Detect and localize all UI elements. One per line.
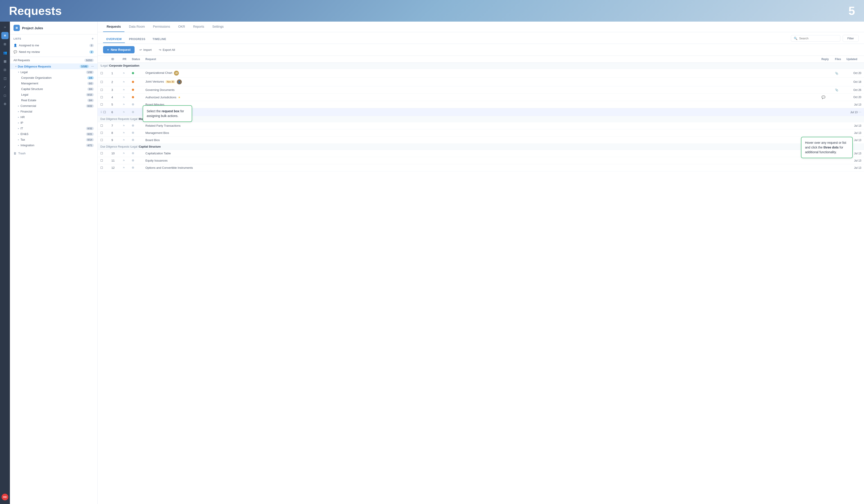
sidebar-icon-chart[interactable]: ▦ <box>1 58 9 65</box>
subtab-timeline[interactable]: Timeline <box>149 36 169 43</box>
tab-permissions[interactable]: Permissions <box>149 22 174 32</box>
row-request: Equity Issuances <box>143 157 809 164</box>
sidebar-item-financial[interactable]: ▸ Financial <box>10 109 97 114</box>
legal-sub-badge: 0/15 <box>86 93 94 96</box>
row-checkbox[interactable]: ☐ <box>98 164 109 171</box>
flag-icon: ⚑ <box>123 81 125 84</box>
subtab-overview[interactable]: Overview <box>103 36 125 43</box>
table-row[interactable]: ☐ 2 ⚑ Joint Ventures Nov 30 👤 <box>98 77 864 86</box>
sidebar-item-assigned[interactable]: 👤 Assigned to me 0 <box>10 42 97 49</box>
page-title: Requests <box>9 4 62 17</box>
sidebar-icon-users[interactable]: 👥 <box>1 49 9 56</box>
table-row[interactable]: ☐ 11 ⚑ Equity Issuances Jul 13 <box>98 157 864 164</box>
sidebar-item-commercial[interactable]: ▸ Commercial 0/22 <box>10 103 97 109</box>
row-checkbox[interactable]: ☐ <box>98 77 109 86</box>
sidebar-icon-chevron[interactable]: ›› <box>1 23 9 31</box>
section-header-management: Due Diligence Requests \Legal \Managemen… <box>98 116 864 122</box>
sidebar-item-real-estate[interactable]: Real Estate 0/4 <box>10 97 97 103</box>
filter-button[interactable]: Filter <box>843 35 859 42</box>
table-row[interactable]: ☐ 12 ⚑ Options and Convertible Instrumen… <box>98 164 864 171</box>
sidebar-item-legal-sub[interactable]: Legal 0/15 <box>10 92 97 97</box>
sidebar-icon-square[interactable]: ◫ <box>1 75 9 82</box>
row-files <box>832 101 844 108</box>
sidebar-item-it[interactable]: ▸ IT 0/32 <box>10 125 97 131</box>
row-status <box>129 69 143 77</box>
sidebar-icon-layers[interactable]: ⊞ <box>1 40 9 48</box>
tax-tree-toggle: ▸ <box>18 139 19 141</box>
search-box[interactable]: 🔍 <box>791 35 840 41</box>
sidebar-item-capital[interactable]: Capital Structure 0/4 <box>10 86 97 92</box>
tab-reports[interactable]: Reports <box>190 22 208 32</box>
sidebar-item-all-requests[interactable]: All Requests 5/253 <box>10 57 97 63</box>
tab-requests[interactable]: Requests <box>103 22 124 32</box>
row-id: 5 <box>109 101 120 108</box>
project-header[interactable]: ⊞ Project Jules <box>10 22 97 34</box>
tab-okr[interactable]: OKR <box>175 22 189 32</box>
table-row[interactable]: ☐ 4 ⚑ Authorized Jurisdictions ★ 💬 O <box>98 94 864 101</box>
add-list-icon[interactable]: + <box>92 37 94 41</box>
table-row[interactable]: ☐ 3 ⚑ Governing Documents 📎 Oct 26 <box>98 86 864 94</box>
row-checkbox[interactable]: ⠿☐ <box>98 108 109 116</box>
sidebar-item-integration[interactable]: ▸ Integration 4/71 <box>10 142 97 148</box>
sidebar-item-legal[interactable]: ▾ Legal 1/32 <box>10 69 97 75</box>
sidebar-item-hr[interactable]: ▸ HR <box>10 114 97 120</box>
row-checkbox[interactable]: ☐ <box>98 94 109 101</box>
tab-settings[interactable]: Settings <box>208 22 227 32</box>
row-pr: ⚑ <box>120 86 129 94</box>
row-checkbox[interactable]: ☐ <box>98 86 109 94</box>
sidebar-icon-box[interactable]: ◻ <box>1 92 9 99</box>
search-input[interactable] <box>799 37 838 40</box>
row-checkbox[interactable]: ☐ <box>98 150 109 157</box>
row-checkbox[interactable]: ☐ <box>98 157 109 164</box>
row-checkbox[interactable]: ☐ <box>98 101 109 108</box>
row-pr: ⚑ <box>120 69 129 77</box>
sidebar-item-trash[interactable]: 🗑 Trash <box>10 150 97 157</box>
sidebar-item-tax[interactable]: ▸ Tax 0/14 <box>10 137 97 142</box>
sidebar-icon-grid[interactable]: ⊟ <box>1 66 9 73</box>
status-dot-gray <box>132 111 134 113</box>
table-row[interactable]: ☐ 10 ⚑ Capitalization Table Jul 13 <box>98 150 864 157</box>
th-updated[interactable]: Updated <box>844 56 864 63</box>
table-row[interactable]: ☐ 8 ⚑ Management Bios Jul 13 <box>98 129 864 136</box>
sidebar-icon-settings[interactable]: ⚙ <box>1 100 9 108</box>
th-id[interactable]: ID <box>109 56 120 63</box>
row-checkbox[interactable]: ☐ <box>98 69 109 77</box>
row-checkbox[interactable]: ☐ <box>98 129 109 136</box>
th-request[interactable]: Request <box>143 56 809 63</box>
sidebar-item-review[interactable]: 💬 Need my review 2 <box>10 49 97 55</box>
user-avatar[interactable]: HD <box>2 494 8 501</box>
th-reply[interactable]: Reply <box>819 56 832 63</box>
management-badge: 0/3 <box>87 82 94 85</box>
flag-icon: ⚑ <box>123 159 125 162</box>
person-icon: 👤 <box>13 44 17 47</box>
sidebar-icon-m[interactable]: M <box>1 32 9 39</box>
table-row[interactable]: ⠿☐ 6 ⚑ Past Transactions Jul 13 ··· <box>98 108 864 116</box>
new-request-button[interactable]: + New Request <box>103 46 134 53</box>
tab-data-room[interactable]: Data Room <box>125 22 148 32</box>
sidebar-item-due-diligence[interactable]: ▾ Due Diligence Requests 1/182 ··· <box>10 63 97 69</box>
table-row[interactable]: ☐ 1 ⚑ Organizational Chart JR 📎 Oct <box>98 69 864 77</box>
th-files[interactable]: Files <box>832 56 844 63</box>
corp-org-badge: 1/6 <box>87 76 94 80</box>
row-request: Organizational Chart JR <box>143 69 809 77</box>
sidebar-item-management[interactable]: Management 0/3 <box>10 81 97 86</box>
table-row[interactable]: ☐ 7 ⚑ Related Party Transactions Jul 13 <box>98 122 864 129</box>
import-button[interactable]: ↩ Import <box>137 47 154 53</box>
th-status[interactable]: Status <box>129 56 143 63</box>
export-button[interactable]: ↪ Export All <box>157 47 177 53</box>
sidebar-item-corp-org[interactable]: Corporate Organization 1/6 <box>10 75 97 81</box>
row-reply <box>819 69 832 77</box>
sidebar-item-ip[interactable]: ▸ IP <box>10 120 97 125</box>
row-checkbox[interactable]: ☐ <box>98 136 109 144</box>
sidebar-icon-check[interactable]: ✓ <box>1 83 9 91</box>
table-row[interactable]: ☐ 9 ⚑ Board Bios Jul 13 <box>98 136 864 144</box>
dots-icon[interactable]: ··· <box>859 110 861 114</box>
th-pr[interactable]: PR <box>120 56 129 63</box>
section-header-capital: Due Diligence Requests \Legal \Capital S… <box>98 144 864 150</box>
sidebar-item-ehs[interactable]: ▸ EH&S 0/21 <box>10 131 97 137</box>
row-checkbox[interactable]: ☐ <box>98 122 109 129</box>
subtab-progress[interactable]: Progress <box>126 36 148 43</box>
due-diligence-dots[interactable]: ··· <box>91 64 94 68</box>
integration-label: Integration <box>21 144 34 147</box>
table-row[interactable]: ☐ 5 ⚑ Board Minutes Jul 13 <box>98 101 864 108</box>
